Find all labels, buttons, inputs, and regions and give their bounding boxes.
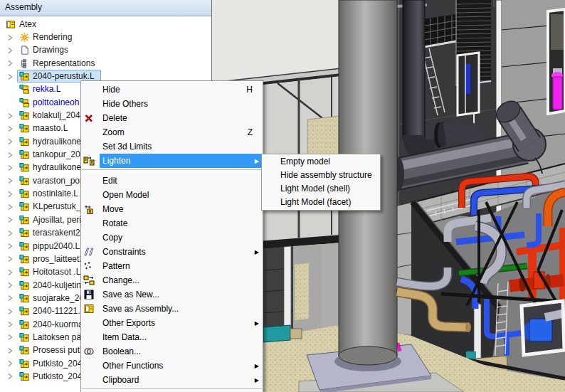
expander-icon[interactable] [6,164,14,172]
expander-icon[interactable] [6,242,14,250]
tree-item[interactable]: Rendering [1,31,209,43]
pattern-icon [83,260,95,272]
menu-item-label: Hide [100,85,246,95]
tree-item-label: 2040-kuorma [33,319,83,330]
tree-item-label: kolakulj_2040 [33,110,85,121]
menu-item-boolean[interactable]: Boolean... [81,344,263,359]
panel-title[interactable]: Assembly [0,0,211,16]
menu-item-rotate[interactable]: Rotate [81,216,263,231]
tree-item-label: Atex [19,19,36,30]
menu-item-label: Item Data... [100,332,261,342]
root-icon [6,19,16,30]
menu-item-edit[interactable]: Edit [81,174,263,188]
menu-item-clipboard[interactable]: Clipboard▶ [81,373,263,387]
menu-item-change[interactable]: Change... [81,273,263,287]
expander-icon[interactable] [6,281,14,290]
tree-item-label: Hoitotasot .L [33,267,80,277]
tree-item-label: Ajosillat, peri [33,215,81,226]
submenu-item-hide-assembly-structure[interactable]: Hide assembly structure [262,169,380,182]
menu-item-open-model[interactable]: Open Model [81,188,263,202]
tree-item-label: pros_laitteet2 [33,254,84,265]
menu-item-save-as-assembly[interactable]: Save as Assembly... [81,302,263,316]
tree-item[interactable]: Drawings [1,44,209,57]
menu-item-hide[interactable]: HideH [81,83,263,97]
expander-icon[interactable] [6,33,14,42]
expander-icon[interactable] [6,125,14,133]
repr-icon [19,58,30,69]
menu-item-label: Clipboard [100,375,255,385]
expander-icon[interactable] [6,73,14,81]
menu-item-label: Change... [100,275,261,285]
menu-item-pattern[interactable]: Pattern [81,259,263,273]
menu-item-item-data[interactable]: Item Data... [81,330,263,344]
expander-icon[interactable] [6,216,14,224]
menu-item-label: Move [100,204,261,214]
tree-item-label: pippu2040.L [33,241,80,252]
tree-item-label: maasto.L [33,123,68,134]
submenu-item-light-model-facet[interactable]: Light Model (facet) [262,195,380,208]
submenu-item-light-model-shell[interactable]: Light Model (shell) [262,182,380,196]
expander-icon[interactable] [6,255,14,263]
menu-item-zoom[interactable]: ZoomZ [81,125,263,139]
menu-item-set-3d-limits[interactable]: Set 3d Limits [81,139,263,154]
submenu-item-empty-model[interactable]: Empty model [262,155,380,169]
menu-item-label: Other Exports [100,318,255,328]
menu-item-copy[interactable]: Copy [81,231,263,245]
expander-icon[interactable] [6,359,14,368]
menu-item-label: Save as Assembly... [100,304,261,314]
context-menu: HideHHide OthersDeleteZoomZSet 3d Limits… [80,80,263,392]
expander-icon[interactable] [6,346,14,355]
part-icon [19,241,30,252]
expander-icon[interactable] [6,229,14,238]
submenu-arrow-icon: ▶ [255,249,261,255]
menu-item-label: Edit [100,176,261,186]
save-icon [83,289,95,300]
submenu-item-label: Hide assembly structure [278,170,379,180]
menu-item-hide-others[interactable]: Hide Others [81,97,263,111]
tree-item-label: terasrakent20 [33,228,85,238]
tree-item[interactable]: Representations [1,57,209,70]
part-icon [19,332,30,343]
expander-icon[interactable] [6,46,14,55]
part-icon [19,176,30,186]
part-icon [19,110,30,121]
expander-icon[interactable] [6,112,14,120]
expander-icon[interactable] [6,307,14,316]
menu-shortcut: H [246,85,261,95]
menu-item-other-exports[interactable]: Other Exports▶ [81,316,263,330]
submenu-arrow-icon: ▶ [255,363,261,369]
tree-item[interactable]: Atex [1,18,209,31]
expander-icon[interactable] [6,320,14,329]
menu-item-constraints[interactable]: Constraints▶ [81,245,263,259]
tree-item-label: Representations [33,58,95,69]
menu-item-delete[interactable]: Delete [81,111,263,125]
menu-item-other-functions[interactable]: Other Functions▶ [81,359,263,373]
tree-item-label: nostinlaite.L [33,189,78,199]
menu-item-save-as-new[interactable]: Save as New... [81,287,263,302]
asm-icon [19,97,30,108]
menu-separator [82,388,262,391]
part-icon [19,306,30,317]
tree-item-label: Putkisto_204 [33,359,82,369]
expander-icon[interactable] [6,203,14,211]
tree-item-label: hydraulikone [33,162,81,173]
expander-icon[interactable] [6,372,14,381]
expander-icon[interactable] [6,151,14,159]
boolean-icon [83,346,95,357]
expander-icon[interactable] [6,333,14,341]
expander-icon[interactable] [6,176,14,185]
menu-item-move[interactable]: Move [81,202,263,216]
expander-icon[interactable] [6,190,14,198]
constraints-icon [83,246,95,258]
menu-item-label: Lighten [100,156,255,166]
application-window: Assembly AtexRenderingDrawingsRepresenta… [0,0,565,392]
menu-item-label: Open Model [100,190,261,200]
expander-icon[interactable] [6,59,14,68]
menu-item-lighten[interactable]: Lighten▶ [81,154,263,168]
expander-icon[interactable] [6,268,14,277]
part-icon [19,162,30,173]
expander-icon[interactable] [6,294,14,302]
expander-icon[interactable] [6,137,14,146]
part-icon [19,137,30,147]
tree-item-label: Putkisto_204 [33,371,82,382]
